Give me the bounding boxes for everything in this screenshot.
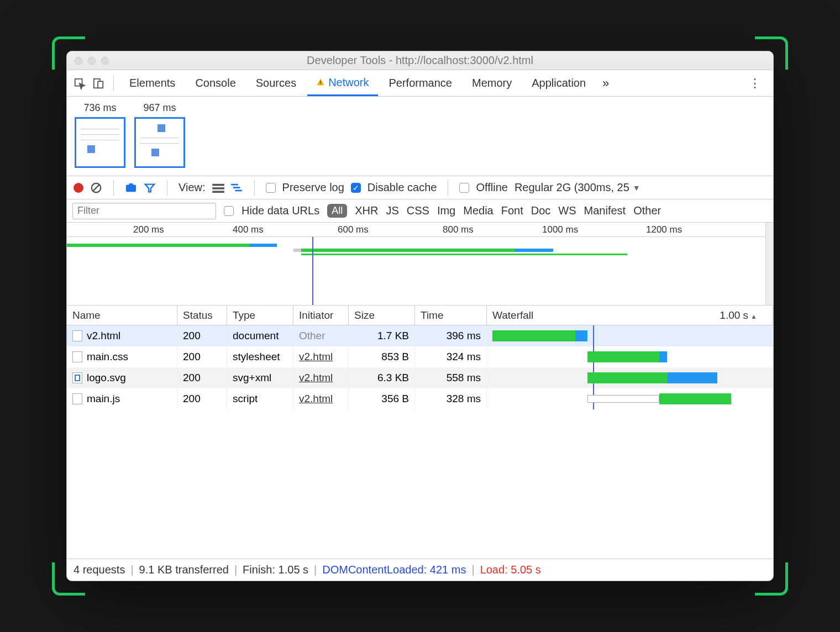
- frame-thumbnail: [75, 117, 125, 168]
- waterfall-bar: [587, 372, 668, 383]
- request-initiator[interactable]: v2.html: [299, 372, 333, 384]
- svg-line-6: [93, 184, 100, 191]
- clear-icon[interactable]: [90, 182, 102, 194]
- offline-checkbox[interactable]: [459, 183, 469, 193]
- filter-img[interactable]: Img: [437, 204, 455, 217]
- waterfall-bar: [492, 330, 575, 341]
- filter-icon[interactable]: [144, 182, 156, 194]
- tabs-overflow-button[interactable]: »: [597, 76, 615, 91]
- waterfall-bar: [668, 372, 717, 383]
- table-row[interactable]: main.js 200 script v2.html 356 B 328 ms: [67, 388, 773, 409]
- status-load: Load: 5.05 s: [480, 563, 541, 576]
- tab-performance[interactable]: Performance: [380, 70, 461, 96]
- filter-bar: Hide data URLs All XHR JS CSS Img Media …: [67, 199, 773, 223]
- overview-timeline[interactable]: 200 ms 400 ms 600 ms 800 ms 1000 ms 1200…: [67, 223, 773, 306]
- overview-scrollbar[interactable]: [765, 223, 773, 305]
- svg-rect-10: [212, 187, 224, 189]
- tab-network[interactable]: Network: [307, 70, 377, 96]
- col-size[interactable]: Size: [349, 306, 415, 325]
- col-status[interactable]: Status: [177, 306, 227, 325]
- filter-manifest[interactable]: Manifest: [584, 204, 626, 217]
- divider: [113, 180, 114, 196]
- filmstrip: 736 ms 967 ms: [67, 97, 773, 176]
- requests-table-body: v2.html 200 document Other 1.7 KB 396 ms…: [67, 325, 773, 559]
- file-icon: [72, 393, 82, 404]
- divider: |: [234, 563, 237, 576]
- overview-bar: [514, 249, 553, 252]
- throttling-select[interactable]: Regular 2G (300ms, 25 ▼: [514, 181, 641, 194]
- request-name: v2.html: [87, 330, 120, 342]
- filter-input[interactable]: [72, 203, 216, 219]
- tab-elements[interactable]: Elements: [120, 70, 184, 96]
- overview-cursor[interactable]: [312, 237, 313, 305]
- tab-label: Sources: [256, 77, 296, 89]
- col-waterfall[interactable]: Waterfall 1.00 s▲: [487, 306, 773, 325]
- filter-xhr[interactable]: XHR: [355, 204, 378, 217]
- window-title: Developer Tools - http://localhost:3000/…: [67, 54, 773, 67]
- tab-application[interactable]: Application: [523, 70, 595, 96]
- tab-label: Console: [195, 77, 235, 89]
- table-row[interactable]: logo.svg 200 svg+xml v2.html 6.3 KB 558 …: [67, 367, 773, 388]
- ruler-tick: 1200 ms: [646, 224, 682, 235]
- request-name: main.css: [87, 351, 128, 363]
- waterfall-dcl-line: [593, 325, 594, 346]
- record-button[interactable]: [74, 183, 83, 193]
- network-toolbar: View: Preserve log ✓ Disable cache Offli…: [67, 176, 773, 199]
- disable-cache-label: Disable cache: [368, 181, 437, 194]
- filter-other[interactable]: Other: [633, 204, 661, 217]
- request-initiator[interactable]: v2.html: [299, 351, 333, 363]
- col-initiator[interactable]: Initiator: [293, 306, 349, 325]
- tab-sources[interactable]: Sources: [247, 70, 305, 96]
- svg-rect-2: [98, 81, 103, 88]
- sort-asc-icon: ▲: [750, 313, 757, 320]
- request-name: logo.svg: [87, 372, 126, 384]
- request-initiator: Other: [299, 330, 326, 342]
- filter-doc[interactable]: Doc: [531, 204, 551, 217]
- device-toolbar-icon[interactable]: [90, 75, 107, 92]
- tab-memory[interactable]: Memory: [463, 70, 521, 96]
- filter-font[interactable]: Font: [501, 204, 523, 217]
- waterfall-view-icon[interactable]: [231, 182, 243, 194]
- devtools-menu-button[interactable]: ⋮: [741, 76, 769, 91]
- inspect-element-icon[interactable]: [71, 75, 88, 92]
- tab-label: Elements: [129, 77, 175, 89]
- frame-time: 967 ms: [143, 102, 176, 114]
- request-size: 6.3 KB: [377, 372, 409, 384]
- request-initiator[interactable]: v2.html: [299, 393, 333, 405]
- filter-css[interactable]: CSS: [407, 204, 429, 217]
- filter-ws[interactable]: WS: [558, 204, 576, 217]
- preserve-log-checkbox[interactable]: [266, 183, 276, 193]
- divider: |: [471, 563, 474, 576]
- hide-data-urls-checkbox[interactable]: [224, 206, 234, 216]
- col-time[interactable]: Time: [415, 306, 487, 325]
- request-time: 558 ms: [447, 372, 481, 384]
- svg-rect-9: [212, 183, 224, 186]
- table-row[interactable]: v2.html 200 document Other 1.7 KB 396 ms: [67, 325, 773, 346]
- overview-bar: [459, 249, 514, 252]
- waterfall-bar: [587, 351, 659, 362]
- filter-all-pill[interactable]: All: [327, 204, 347, 218]
- tab-console[interactable]: Console: [186, 70, 244, 96]
- col-name[interactable]: Name: [67, 306, 177, 325]
- disable-cache-checkbox[interactable]: ✓: [351, 183, 361, 193]
- request-type: stylesheet: [233, 351, 280, 363]
- request-name: main.js: [87, 393, 120, 405]
- offline-label: Offline: [476, 181, 507, 194]
- waterfall-bar: [659, 393, 731, 404]
- warning-icon: [316, 78, 325, 87]
- filter-js[interactable]: JS: [386, 204, 398, 217]
- filmstrip-frame[interactable]: 736 ms: [75, 102, 125, 168]
- request-time: 328 ms: [447, 393, 481, 405]
- ruler-tick: 1000 ms: [542, 224, 578, 235]
- filter-media[interactable]: Media: [463, 204, 493, 217]
- file-icon: [72, 351, 82, 362]
- filmstrip-frame[interactable]: 967 ms: [134, 102, 185, 168]
- large-rows-icon[interactable]: [212, 182, 224, 194]
- request-type: svg+xml: [233, 372, 271, 384]
- requests-table-header: Name Status Type Initiator Size Time Wat…: [67, 306, 773, 325]
- col-type[interactable]: Type: [227, 306, 293, 325]
- capture-screenshots-icon[interactable]: [125, 182, 137, 194]
- table-row[interactable]: main.css 200 stylesheet v2.html 853 B 32…: [67, 346, 773, 367]
- ruler-tick: 400 ms: [233, 224, 264, 235]
- frame-thumbnail: [134, 117, 185, 168]
